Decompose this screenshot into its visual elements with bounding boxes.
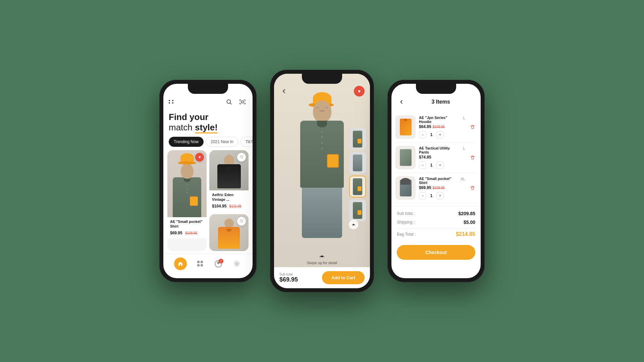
qty-value-hoodie: 1 bbox=[429, 132, 434, 137]
cart-item-price-shirt: $69.95 $109.95 bbox=[419, 185, 458, 190]
cart-item-name-hoodie: AE "Jpn Series" Hoodie bbox=[419, 116, 460, 124]
checkout-button[interactable]: Checkout bbox=[397, 245, 475, 260]
p1-nav: 2 bbox=[163, 254, 253, 274]
cart-item-name-pants: AE Tactical Utility Pants bbox=[419, 146, 460, 154]
cart-item-price-pants: $74.95 bbox=[419, 155, 460, 160]
shipping-value: $5.00 bbox=[464, 220, 475, 225]
phone-browse-screen: Find your match style! Trending Now 2021… bbox=[163, 84, 253, 278]
qty-control-shirt: − 1 + bbox=[419, 192, 458, 199]
qty-plus-shirt[interactable]: + bbox=[436, 192, 444, 199]
product2-name: Aelfric Eden Vintage ... bbox=[212, 192, 246, 202]
shirt-buttons bbox=[321, 131, 323, 149]
cart-item-details-pants: AE Tactical Utility Pants $74.95 − 1 + bbox=[419, 146, 460, 169]
qty-value-pants: 1 bbox=[429, 163, 434, 168]
cart-item-pants: AE Tactical Utility Pants $74.95 − 1 + L bbox=[395, 142, 477, 173]
thumb-pocket-4 bbox=[358, 210, 362, 215]
menu-dots-icon[interactable] bbox=[169, 100, 174, 104]
svg-point-3 bbox=[236, 263, 238, 265]
cart-item-details-hoodie: AE "Jpn Series" Hoodie $64.95 $109.95 − … bbox=[419, 116, 460, 138]
bag-total-value: $214.85 bbox=[456, 231, 475, 237]
product1-price: $69.95 $109.95 bbox=[170, 230, 204, 236]
product-card-right-bottom[interactable]: ♡ bbox=[209, 214, 249, 251]
qty-minus-pants[interactable]: − bbox=[419, 162, 426, 169]
bag-total-label: Bag Total : bbox=[397, 232, 416, 237]
notch-2 bbox=[302, 74, 342, 84]
mini-hat bbox=[400, 178, 411, 185]
model-shirt bbox=[300, 121, 344, 188]
svg-line-1 bbox=[230, 103, 232, 105]
qty-minus-shirt[interactable]: − bbox=[419, 192, 426, 199]
cart-item-img-pants bbox=[395, 146, 416, 169]
delete-pants-button[interactable] bbox=[469, 154, 477, 162]
shipping-row: Shipping : $5.00 bbox=[397, 218, 475, 227]
product1-heart[interactable]: ♥ bbox=[195, 153, 204, 162]
swipe-hint: Swipe up for detail bbox=[307, 254, 337, 265]
qty-value-shirt: 1 bbox=[429, 193, 434, 198]
product-card-left[interactable]: ♥ AE "Small pocket" Shirt $69.95 $109.95 bbox=[167, 150, 207, 251]
swipe-arrows-icon bbox=[319, 254, 325, 259]
cart-item-img-hoodie bbox=[395, 115, 416, 139]
shirt-pocket bbox=[327, 154, 339, 168]
thumb-1[interactable] bbox=[349, 128, 366, 150]
product-card-right-top[interactable]: ♡ Aelfric Eden Vintage ... $104.95 $121.… bbox=[209, 150, 249, 212]
cart-title: 3 Items bbox=[406, 99, 475, 105]
subtotal-label: Sub total bbox=[279, 273, 298, 276]
subtotal-label-cart: Sub total : bbox=[397, 211, 415, 216]
cart-item-details-shirt: AE "Small pocket" Shirt $69.95 $109.95 −… bbox=[419, 177, 458, 199]
phone-detail-screen: ♥ bbox=[274, 74, 370, 288]
phone-cart-screen: 3 Items AE "Jpn Series" Hoodie $64.95 $1… bbox=[391, 84, 481, 278]
shirt-illus-mini bbox=[400, 180, 412, 196]
svg-rect-5 bbox=[471, 156, 475, 157]
thumb-figure-4 bbox=[353, 202, 362, 219]
nav-profile-button[interactable]: 2 bbox=[213, 259, 223, 269]
p2-heart-button[interactable]: ♥ bbox=[354, 86, 365, 97]
qty-plus-hoodie[interactable]: + bbox=[436, 131, 444, 138]
total-divider bbox=[397, 228, 475, 228]
subtotal-value: $69.95 bbox=[279, 276, 298, 283]
cart-totals: Sub total : $209.85 Shipping : $5.00 Bag… bbox=[391, 206, 481, 242]
product2-heart[interactable]: ♡ bbox=[237, 153, 246, 162]
qty-plus-pants[interactable]: + bbox=[436, 162, 444, 169]
model-pants bbox=[302, 188, 342, 238]
cart-items-list: AE "Jpn Series" Hoodie $64.95 $109.95 − … bbox=[391, 109, 481, 206]
p1-tabs: Trending Now 2021 New In TikTok bbox=[163, 137, 253, 150]
product-thumbnails bbox=[349, 128, 366, 234]
delete-hoodie-button[interactable] bbox=[469, 123, 477, 131]
model-figure bbox=[288, 101, 356, 261]
thumb-pocket-1 bbox=[358, 139, 362, 143]
phone-product-detail: ♥ bbox=[270, 70, 374, 292]
qty-minus-hoodie[interactable]: − bbox=[419, 131, 426, 138]
thumb-scroll-up[interactable] bbox=[349, 220, 358, 229]
product-grid: ♥ AE "Small pocket" Shirt $69.95 $109.95 bbox=[163, 150, 253, 251]
delete-shirt-button[interactable] bbox=[469, 184, 477, 192]
svg-point-0 bbox=[227, 100, 231, 104]
nav-grid-button[interactable] bbox=[195, 259, 205, 269]
nav-badge: 2 bbox=[219, 259, 223, 263]
hero-line2: match style! bbox=[169, 122, 247, 133]
add-to-cart-button[interactable]: Add to Cart bbox=[322, 271, 365, 284]
hero-line1: Find your bbox=[169, 112, 247, 122]
qty-control-pants: − 1 + bbox=[419, 162, 460, 169]
subtotal-row: Sub total : $209.85 bbox=[397, 209, 475, 218]
thumb-4[interactable] bbox=[349, 199, 366, 221]
nav-settings-button[interactable] bbox=[232, 259, 242, 269]
p2-bottom-bar: Sub total $69.95 Add to Cart bbox=[274, 267, 370, 288]
product2-info: Aelfric Eden Vintage ... $104.95 $121.05 bbox=[209, 190, 249, 212]
p3-back-button[interactable] bbox=[397, 97, 406, 107]
thumb-2[interactable] bbox=[349, 152, 366, 174]
tab-2021-new-in[interactable]: 2021 New In bbox=[206, 137, 238, 147]
thumb-3[interactable] bbox=[349, 176, 366, 197]
phone-browse: Find your match style! Trending Now 2021… bbox=[159, 80, 257, 282]
thumb-figure-1 bbox=[353, 131, 362, 147]
style-word: style! bbox=[195, 122, 218, 133]
tab-trending-now[interactable]: Trending Now bbox=[169, 137, 204, 147]
nav-home-button[interactable] bbox=[174, 257, 187, 270]
product3-heart[interactable]: ♡ bbox=[237, 217, 246, 226]
tab-tiktok[interactable]: TikTok bbox=[240, 137, 253, 147]
cart-item-size-hoodie: L bbox=[463, 116, 465, 120]
p2-back-button[interactable] bbox=[279, 86, 289, 96]
cart-item-price-hoodie: $64.95 $109.95 bbox=[419, 124, 460, 129]
search-button[interactable] bbox=[224, 97, 234, 107]
ar-scan-button[interactable] bbox=[238, 97, 247, 107]
product2-price: $104.95 $121.05 bbox=[212, 203, 246, 209]
